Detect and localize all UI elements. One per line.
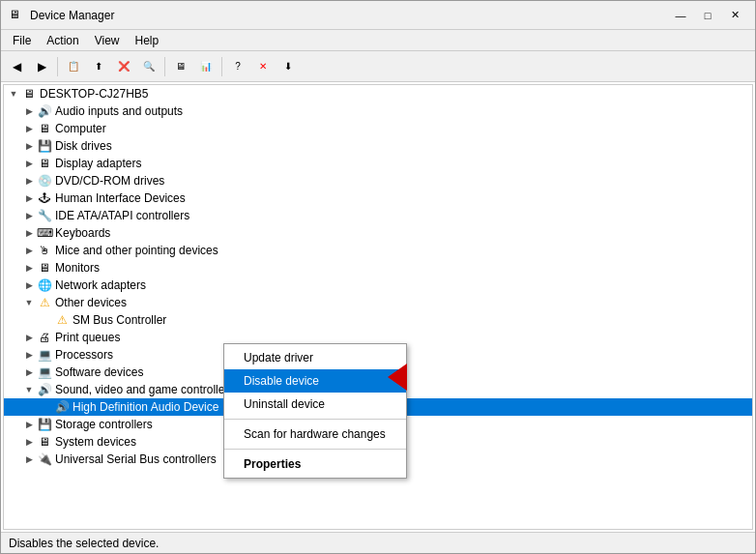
menu-help[interactable]: Help	[128, 32, 167, 49]
menu-view[interactable]: View	[87, 32, 128, 49]
context-menu-update-driver[interactable]: Update driver	[224, 346, 406, 369]
system-icon: 🖥	[37, 434, 52, 450]
context-menu-sep-2	[224, 449, 406, 450]
hda-label: High Definition Audio Device	[73, 400, 218, 414]
tree-item-audio[interactable]: ▶ 🔊 Audio inputs and outputs	[4, 102, 752, 120]
minimize-button[interactable]: —	[668, 6, 693, 25]
toolbar-back-button[interactable]: ◀	[5, 55, 28, 78]
keyboard-label: Keyboards	[55, 226, 110, 240]
computer-icon: 🖥	[37, 121, 52, 136]
usb-label: Universal Serial Bus controllers	[55, 452, 217, 466]
tree-item-hid[interactable]: ▶ 🕹 Human Interface Devices	[4, 190, 752, 207]
arrow-indicator	[388, 364, 407, 391]
context-menu-scan-hardware[interactable]: Scan for hardware changes	[224, 423, 406, 446]
display-label: Display adapters	[55, 157, 141, 170]
tree-item-keyboards[interactable]: ▶ ⌨ Keyboards	[4, 224, 752, 242]
mice-icon: 🖱	[37, 243, 52, 258]
hid-label: Human Interface Devices	[55, 191, 186, 205]
disk-label: Disk drives	[55, 139, 112, 153]
root-expand-icon: ▼	[6, 89, 21, 99]
tree-item-mice[interactable]: ▶ 🖱 Mice and other pointing devices	[4, 242, 752, 259]
root-label: DESKTOP-CJ27HB5	[40, 87, 148, 101]
toolbar-uninstall-button[interactable]: ❌	[112, 55, 135, 78]
tree-item-network[interactable]: ▶ 🌐 Network adapters	[4, 277, 752, 294]
context-menu: Update driver Disable device Uninstall d…	[223, 343, 407, 479]
context-menu-uninstall-device[interactable]: Uninstall device	[224, 393, 406, 416]
print-icon: 🖨	[37, 330, 52, 345]
title-bar-left: 🖥 Device Manager	[9, 8, 114, 23]
toolbar-help-button[interactable]: ?	[226, 55, 249, 78]
toolbar-forward-button[interactable]: ▶	[30, 55, 53, 78]
device-manager-window: 🖥 Device Manager — □ ✕ File Action View …	[0, 0, 756, 554]
audio-label: Audio inputs and outputs	[55, 104, 183, 118]
ide-icon: 🔧	[37, 208, 52, 223]
display-icon: 🖥	[37, 156, 52, 171]
print-label: Print queues	[55, 331, 120, 344]
tree-item-ide[interactable]: ▶ 🔧 IDE ATA/ATAPI controllers	[4, 207, 752, 224]
sound-icon: 🔊	[37, 382, 52, 397]
storage-label: Storage controllers	[55, 418, 153, 431]
software-icon: 💻	[37, 364, 52, 380]
toolbar: ◀ ▶ 📋 ⬆ ❌ 🔍 🖥 📊 ? ✕ ⬇	[1, 51, 755, 82]
computer-label: Computer	[55, 122, 106, 135]
toolbar-remove-button[interactable]: ✕	[251, 55, 275, 78]
other-label: Other devices	[55, 296, 127, 309]
tree-item-computer[interactable]: ▶ 🖥 Computer	[4, 120, 752, 137]
storage-icon: 💾	[37, 417, 52, 432]
usb-icon: 🔌	[37, 452, 52, 467]
toolbar-sep-2	[164, 57, 165, 76]
toolbar-resources-button[interactable]: 📊	[194, 55, 218, 78]
window-title: Device Manager	[30, 9, 114, 22]
title-bar: 🖥 Device Manager — □ ✕	[1, 1, 755, 30]
toolbar-scan-button[interactable]: 🔍	[137, 55, 160, 78]
status-bar: Disables the selected device.	[1, 532, 755, 553]
toolbar-sep-3	[221, 57, 222, 76]
keyboard-icon: ⌨	[37, 225, 52, 241]
tree-item-display[interactable]: ▶ 🖥 Display adapters	[4, 155, 752, 172]
tree-item-dvd[interactable]: ▶ 💿 DVD/CD-ROM drives	[4, 172, 752, 190]
context-menu-sep-1	[224, 419, 406, 420]
menu-action[interactable]: Action	[39, 32, 86, 49]
tree-item-monitors[interactable]: ▶ 🖥 Monitors	[4, 259, 752, 277]
toolbar-view-button[interactable]: 🖥	[169, 55, 192, 78]
audio-icon: 🔊	[37, 103, 52, 119]
close-button[interactable]: ✕	[722, 6, 747, 25]
tree-item-diskdrives[interactable]: ▶ 💾 Disk drives	[4, 137, 752, 155]
maximize-button[interactable]: □	[695, 6, 720, 25]
network-label: Network adapters	[55, 278, 146, 292]
hda-icon: 🔊	[54, 399, 70, 415]
dvd-label: DVD/CD-ROM drives	[55, 174, 164, 188]
network-icon: 🌐	[37, 277, 52, 293]
context-menu-disable-device[interactable]: Disable device	[224, 369, 406, 393]
toolbar-add-button[interactable]: ⬇	[276, 55, 300, 78]
root-computer-icon: 🖥	[21, 86, 37, 102]
tree-item-smbus[interactable]: ▶ ⚠ SM Bus Controller	[4, 311, 752, 329]
toolbar-properties-button[interactable]: 📋	[62, 55, 85, 78]
window-icon: 🖥	[9, 8, 24, 23]
tree-root[interactable]: ▼ 🖥 DESKTOP-CJ27HB5	[4, 85, 752, 102]
dvd-icon: 💿	[37, 173, 52, 189]
status-text: Disables the selected device.	[9, 537, 159, 550]
processors-icon: 💻	[37, 347, 52, 363]
tree-item-other[interactable]: ▼ ⚠ Other devices	[4, 294, 752, 311]
menu-bar: File Action View Help	[1, 30, 755, 51]
mice-label: Mice and other pointing devices	[55, 244, 218, 257]
software-label: Software devices	[55, 365, 143, 379]
menu-file[interactable]: File	[5, 32, 39, 49]
ide-label: IDE ATA/ATAPI controllers	[55, 209, 189, 222]
context-menu-properties[interactable]: Properties	[224, 452, 406, 476]
processors-label: Processors	[55, 348, 113, 362]
monitors-icon: 🖥	[37, 260, 52, 276]
smbus-label: SM Bus Controller	[73, 313, 166, 327]
system-label: System devices	[55, 435, 136, 449]
monitors-label: Monitors	[55, 261, 100, 275]
sound-label: Sound, video and game controllers	[55, 383, 234, 396]
smbus-icon: ⚠	[54, 312, 70, 328]
main-content: ▼ 🖥 DESKTOP-CJ27HB5 ▶ 🔊 Audio inputs and…	[1, 82, 755, 532]
disk-icon: 💾	[37, 138, 52, 154]
toolbar-update-button[interactable]: ⬆	[87, 55, 110, 78]
title-bar-controls: — □ ✕	[668, 6, 747, 25]
hid-icon: 🕹	[37, 190, 52, 206]
other-icon: ⚠	[37, 295, 52, 310]
toolbar-sep-1	[57, 57, 58, 76]
